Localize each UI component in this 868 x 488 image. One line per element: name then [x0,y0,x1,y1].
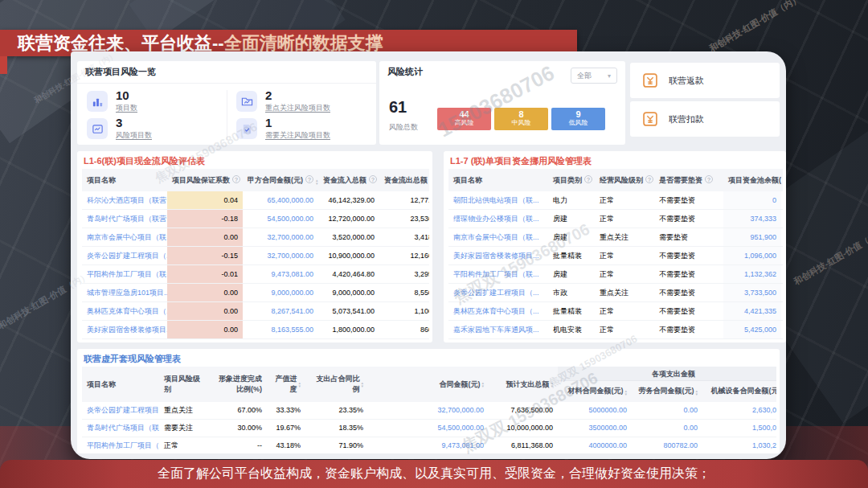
help-icon[interactable]: ? [305,175,313,183]
cell-contract-amount: 32,700,000.00 [243,247,318,265]
column-header[interactable]: 资金流入总额?▴▾ [318,169,379,191]
project-name-link[interactable]: 美好家园宿舍楼装修项目... [448,247,548,265]
stat-label[interactable]: 需要关注风险项目数 [265,130,330,141]
cell-pool-balance: 4,421,335 [723,302,781,320]
cell-risk-level: 正常 [159,437,209,452]
table-row: 奥林匹克体育中心项目（...0.008,267,541.005,073,541.… [82,302,429,321]
column-header[interactable]: 项目类别? [548,169,595,191]
risk-filter-value: 全部 [577,71,592,81]
cell-risk-level: 正常 [595,247,654,265]
chevron-down-icon: ▾ [608,72,611,80]
cell-outflow-total: 8,550 [379,284,429,301]
cell-outflow-total: 866 [379,321,429,338]
project-name-link[interactable]: 平阳构件加工厂项目（联营） [82,437,159,452]
project-name-link[interactable]: 炎帝公园扩建工程项目（联... [82,402,159,419]
risk-statistics-card: 风险统计 全部 ▾ 61 风险总数 44高风险8中风险9低风险 [379,61,625,145]
project-name-link[interactable]: 缙琛物业办公楼项目（联... [448,210,548,228]
action-button-deduct[interactable]: 联营扣款 [630,101,780,137]
table-header-row: 项目名称项目类别?经营风险级别?是否需要垫资?项目资金池余额(元)(元)? [448,169,783,191]
overview-stat: 1需要关注风险项目数 [236,117,373,141]
project-name-link[interactable]: 青岛时代广场项目（联营） [82,210,167,228]
column-header[interactable]: 预计支出总额▴▾ [489,367,558,402]
stat-label[interactable]: 重点关注风险项目数 [265,103,330,113]
cell-contract-amount: 32,700,000.00 [243,228,318,246]
cell-contract-amount: 8,163,555.00 [243,321,318,338]
column-header[interactable]: 劳务合同金额(元)▴▾ [632,381,702,402]
cell-contract-amount: 9,473,081.00 [368,437,489,452]
project-name-link[interactable]: 青岛时代广场项目（联营） [82,420,159,437]
cell-advance-needed: 不需要垫资 [654,284,723,301]
cell-risk-level: 正常 [595,302,654,320]
project-name-link[interactable]: 炎帝公园扩建工程项目（... [82,247,167,265]
help-icon[interactable]: ? [584,175,592,183]
cell-progress-pct: 30.00% [209,420,267,437]
column-header[interactable]: 材料合同金额(元)▴▾ [558,381,632,402]
cell-estimated-total: 6,811,368.00 [489,437,558,452]
risk-filter-dropdown[interactable]: 全部 ▾ [571,68,617,84]
cell-expense-ratio: 23.35% [305,402,368,419]
cell-pool-balance: 1,132,362 [723,265,781,283]
project-name-link[interactable]: 炎帝公园扩建工程项目（... [448,284,548,301]
project-name-link[interactable]: 南京市会展中心项目（联... [82,228,167,246]
project-name-link[interactable]: 平阳构件加工厂项目（联... [82,265,167,283]
stat-label[interactable]: 项目数 [116,103,137,113]
cell-advance-needed: 不需要垫资 [654,247,723,265]
watch-projects-icon [236,118,257,139]
cell-coefficient: 0.00 [167,321,243,338]
project-name-link[interactable]: 朝阳北站供电站项目（联... [448,191,548,209]
project-name-link[interactable]: 奥林匹克体育中心项目（... [82,302,167,320]
column-header: 项目风险级别 [159,367,209,402]
project-name-link[interactable]: 南京市会展中心项目（联... [448,228,548,246]
cell-pool-balance: 0 [723,191,781,209]
column-header[interactable]: 经营风险级别? [595,169,654,191]
cell-output-progress: 33.33% [267,402,305,419]
project-name-link[interactable]: 城市管理应急房101项目... [82,284,167,301]
table-row: 朝阳北站供电站项目（联...电力正常不需要垫资0 [448,191,783,210]
column-header[interactable]: 支出占合同比例▴▾ [305,367,368,402]
action-button-refund[interactable]: 联营返款 [630,63,780,98]
project-name-link[interactable]: 平阳构件加工厂项目（联... [448,265,548,283]
column-header: 项目名称 [448,169,548,191]
cell-coefficient: -0.18 [167,210,243,228]
column-header[interactable]: 项目风险保证系数?▴▾ [167,169,243,191]
stat-label[interactable]: 风险项目数 [116,130,152,141]
cell-inflow-total: 10,900,000.00 [318,247,379,265]
column-header[interactable]: 是否需要垫资? [654,169,723,191]
column-header[interactable]: 资金流出总额?▴▾ [379,169,429,191]
column-header[interactable]: 产值进度▴▾ [267,367,305,402]
column-header: 项目名称 [82,169,167,191]
cell-advance-needed: 不需要垫资 [654,210,723,228]
cell-category: 批量精装 [548,302,595,320]
project-name-link[interactable]: 美好家园宿舍楼装修项目... [82,321,167,338]
column-header[interactable]: 机械设备合同金额(元)▴▾ [702,381,776,402]
cell-pool-balance: 3,733,500 [723,284,781,301]
risk-total-label: 风险总数 [389,122,418,133]
money-envelope-icon [641,110,659,128]
focus-projects-icon [236,91,257,112]
help-icon[interactable]: ? [369,175,377,183]
expense-group-label: 各项支出金额 [558,367,776,381]
cell-coefficient: -0.15 [167,247,243,265]
help-icon[interactable]: ? [705,175,713,183]
column-header[interactable]: 项目资金池余额(元)(元)? [723,169,781,191]
cell-pool-balance: 374,333 [723,210,781,228]
column-header: 形象进度完成比例(%) [209,367,267,402]
column-header[interactable]: 合同金额(元)▴▾ [368,367,489,402]
cell-contract-amount: 8,267,541.00 [243,302,318,320]
bar-chart-icon [87,91,108,112]
risk-stats-title: 风险统计 [387,66,423,78]
cell-risk-level: 重点关注 [595,284,654,301]
cell-estimated-total: 7,636,500.00 [489,402,558,419]
project-name-link[interactable]: 嘉禾家园地下车库通风项... [448,321,548,338]
help-icon[interactable]: ? [645,175,653,183]
project-name-link[interactable]: 奥林匹克体育中心项目（... [448,302,548,320]
sort-icon: ▴▾ [695,389,698,396]
cell-contract-amount: 32,700,000.00 [368,402,489,419]
cell-material-contract: 4000000.00 [558,437,632,452]
column-header: 项目名称 [82,367,159,402]
column-header[interactable]: 甲方合同金额(元)?▴▾ [243,169,318,191]
help-icon[interactable]: ? [232,175,240,183]
cell-contract-amount: 54,500,000.00 [368,420,489,437]
cell-output-progress: 43.18% [267,437,305,452]
project-name-link[interactable]: 科尔沁大酒店项目（联营） [82,191,167,209]
